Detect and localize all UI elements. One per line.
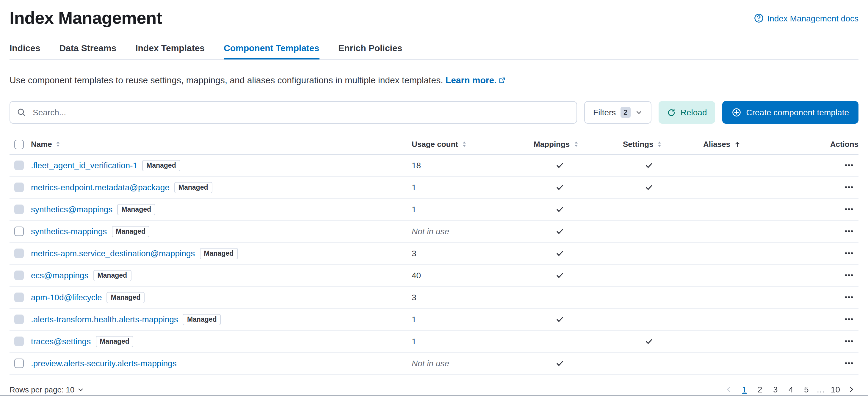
page-3-button[interactable]: 3 bbox=[768, 382, 783, 396]
column-header-mappings[interactable]: Mappings bbox=[534, 140, 623, 148]
template-name-link[interactable]: ecs@mappings bbox=[31, 270, 88, 280]
managed-badge: Managed bbox=[117, 204, 155, 215]
description-text: Use component templates to reuse setting… bbox=[9, 75, 443, 85]
row-actions-button[interactable] bbox=[796, 293, 859, 302]
actions-ellipsis-icon bbox=[844, 270, 854, 280]
name-cell: .fleet_agent_id_verification-1Managed bbox=[31, 160, 412, 171]
template-name-link[interactable]: metrics-endpoint.metadata@package bbox=[31, 183, 169, 192]
usage-count-cell: 1 bbox=[412, 183, 534, 192]
row-checkbox[interactable] bbox=[14, 227, 24, 236]
row-checkbox bbox=[14, 315, 24, 324]
managed-badge: Managed bbox=[107, 292, 145, 303]
learn-more-link[interactable]: Learn more. bbox=[445, 75, 506, 85]
mappings-cell bbox=[534, 183, 623, 192]
search-icon bbox=[17, 108, 26, 117]
managed-badge: Managed bbox=[95, 336, 133, 347]
reload-button[interactable]: Reload bbox=[659, 101, 715, 124]
search-input[interactable] bbox=[9, 101, 577, 124]
index-management-page: Index Management Index Management docs I… bbox=[0, 0, 868, 396]
row-actions-button[interactable] bbox=[796, 270, 859, 280]
check-icon bbox=[644, 183, 654, 192]
check-icon bbox=[555, 227, 565, 236]
template-name-link[interactable]: metrics-apm.service_destination@mappings bbox=[31, 249, 195, 258]
row-checkbox-cell bbox=[9, 293, 31, 302]
template-name-link[interactable]: .alerts-transform.health.alerts-mappings bbox=[31, 315, 178, 324]
row-actions-button[interactable] bbox=[796, 249, 859, 258]
name-cell: .preview.alerts-security.alerts-mappings bbox=[31, 359, 412, 368]
filters-count-badge: 2 bbox=[621, 107, 630, 118]
row-actions-button[interactable] bbox=[796, 161, 859, 170]
template-name-link[interactable]: .preview.alerts-security.alerts-mappings bbox=[31, 359, 177, 368]
tab-index-templates[interactable]: Index Templates bbox=[135, 39, 205, 60]
usage-count-cell: 1 bbox=[412, 336, 534, 346]
row-actions-button[interactable] bbox=[796, 227, 859, 236]
column-header-actions: Actions bbox=[796, 140, 859, 148]
row-checkbox bbox=[14, 270, 24, 280]
usage-count-cell: 3 bbox=[412, 293, 534, 302]
actions-ellipsis-icon bbox=[844, 359, 854, 368]
rows-per-page-button[interactable]: Rows per page: 10 bbox=[9, 385, 84, 394]
mappings-cell bbox=[534, 204, 623, 214]
page-description: Use component templates to reuse setting… bbox=[9, 74, 859, 87]
table-row: traces@settingsManaged1 bbox=[9, 331, 859, 353]
row-actions-button[interactable] bbox=[796, 204, 859, 214]
docs-link-label: Index Management docs bbox=[767, 13, 859, 23]
create-component-template-button[interactable]: Create component template bbox=[722, 101, 859, 124]
managed-badge: Managed bbox=[199, 248, 238, 259]
row-checkbox bbox=[14, 293, 24, 302]
previous-page-button[interactable] bbox=[722, 382, 736, 396]
table-body: .fleet_agent_id_verification-1Managed18m… bbox=[9, 155, 859, 374]
mappings-cell bbox=[534, 249, 623, 258]
mappings-cell bbox=[534, 227, 623, 236]
row-actions-button[interactable] bbox=[796, 359, 859, 368]
mappings-cell bbox=[534, 270, 623, 280]
check-icon bbox=[555, 249, 565, 258]
row-actions-button[interactable] bbox=[796, 183, 859, 192]
tab-enrich-policies[interactable]: Enrich Policies bbox=[338, 39, 402, 60]
tab-data-streams[interactable]: Data Streams bbox=[59, 39, 116, 60]
column-header-settings[interactable]: Settings bbox=[623, 140, 703, 148]
check-icon bbox=[555, 161, 565, 170]
template-name-link[interactable]: traces@settings bbox=[31, 336, 91, 346]
row-checkbox[interactable] bbox=[14, 359, 24, 368]
row-checkbox bbox=[14, 161, 24, 170]
column-header-aliases[interactable]: Aliases bbox=[703, 140, 796, 148]
plus-circle-icon bbox=[732, 108, 741, 117]
usage-count-cell: 18 bbox=[412, 161, 534, 170]
managed-badge: Managed bbox=[174, 182, 212, 193]
sort-ascending-icon bbox=[733, 140, 741, 148]
name-cell: apm-10d@lifecycleManaged bbox=[31, 292, 412, 303]
template-name-link[interactable]: synthetics@mappings bbox=[31, 204, 113, 214]
row-checkbox bbox=[14, 249, 24, 258]
row-checkbox-cell bbox=[9, 183, 31, 192]
filters-button[interactable]: Filters 2 bbox=[584, 101, 651, 124]
next-page-button[interactable] bbox=[844, 382, 859, 396]
settings-cell bbox=[623, 161, 703, 170]
tab-indices[interactable]: Indices bbox=[9, 39, 40, 60]
page-4-button[interactable]: 4 bbox=[784, 382, 798, 396]
tab-component-templates[interactable]: Component Templates bbox=[224, 39, 319, 60]
template-name-link[interactable]: apm-10d@lifecycle bbox=[31, 293, 102, 302]
page-title: Index Management bbox=[9, 7, 162, 29]
usage-count-cell: 3 bbox=[412, 249, 534, 258]
page-1-button[interactable]: 1 bbox=[737, 382, 752, 396]
row-actions-button[interactable] bbox=[796, 336, 859, 346]
row-checkbox-cell bbox=[9, 359, 31, 368]
page-10-button[interactable]: 10 bbox=[828, 382, 843, 396]
column-header-usage-count[interactable]: Usage count bbox=[412, 140, 534, 148]
page-5-button[interactable]: 5 bbox=[799, 382, 813, 396]
name-cell: metrics-apm.service_destination@mappings… bbox=[31, 248, 412, 259]
name-cell: metrics-endpoint.metadata@packageManaged bbox=[31, 182, 412, 193]
usage-count-cell: 1 bbox=[412, 315, 534, 324]
column-header-name[interactable]: Name bbox=[31, 140, 412, 148]
template-name-link[interactable]: .fleet_agent_id_verification-1 bbox=[31, 161, 137, 170]
docs-link[interactable]: Index Management docs bbox=[753, 13, 859, 23]
name-cell: .alerts-transform.health.alerts-mappings… bbox=[31, 314, 412, 325]
row-actions-button[interactable] bbox=[796, 315, 859, 324]
settings-cell bbox=[623, 183, 703, 192]
page-2-button[interactable]: 2 bbox=[753, 382, 767, 396]
reload-label: Reload bbox=[681, 108, 707, 117]
select-all-checkbox[interactable] bbox=[14, 139, 24, 149]
template-name-link[interactable]: synthetics-mappings bbox=[31, 227, 107, 236]
page-header: Index Management Index Management docs bbox=[9, 0, 859, 29]
